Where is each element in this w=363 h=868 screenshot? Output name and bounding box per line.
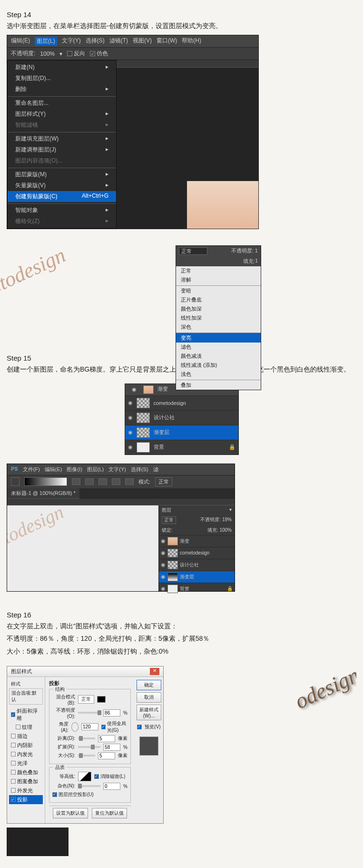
visibility-icon[interactable] [161, 574, 166, 580]
grad-type-5[interactable] [125, 478, 134, 485]
blend-current[interactable] [179, 247, 207, 255]
visibility-icon[interactable] [128, 400, 133, 406]
noise-input[interactable] [103, 783, 120, 790]
effect-item[interactable]: 斜面和浮雕 [9, 707, 43, 723]
effect-item[interactable]: 投影 [9, 795, 43, 804]
layer-row[interactable]: 设计公社 [125, 410, 238, 425]
effect-checkbox[interactable] [11, 770, 16, 775]
m-select[interactable]: 选择(S) [131, 466, 148, 473]
menu-item[interactable]: 图层蒙版(M)▸ [8, 168, 116, 180]
opacity-value[interactable]: 100% [40, 50, 55, 57]
contour-picker[interactable] [78, 772, 91, 781]
grad-type-1[interactable] [72, 478, 80, 485]
layers-tab[interactable]: 图层 [162, 507, 171, 514]
visibility-icon[interactable] [128, 414, 133, 421]
ok-button[interactable]: 确定 [137, 680, 161, 690]
reset-default-button[interactable]: 复位为默认值 [92, 808, 127, 818]
color-swatch[interactable] [97, 696, 106, 703]
blend-mode-item[interactable]: 溶解 [176, 275, 261, 284]
blend-mode-item[interactable]: 变暗 [176, 285, 261, 295]
menu-help[interactable]: 帮助(H) [182, 37, 201, 46]
knockout-check[interactable]: 图层挖空投影(U) [52, 791, 94, 798]
angle-dial[interactable] [71, 722, 78, 732]
spread-input[interactable] [103, 744, 120, 751]
blend-mode-item[interactable]: 颜色加深 [176, 304, 261, 313]
global-light-check[interactable]: 使用全局光(G) [101, 720, 128, 734]
preview-check[interactable] [137, 725, 142, 729]
effect-item[interactable]: 纹理 [9, 723, 43, 732]
menu-item[interactable]: 重命名图层... [8, 96, 116, 109]
visibility-icon[interactable] [161, 538, 166, 544]
grad-type-4[interactable] [112, 478, 120, 485]
visibility-icon[interactable] [161, 550, 166, 556]
menu-text[interactable]: 文字(Y) [62, 37, 81, 46]
blend-mode-select[interactable]: 正常 [78, 695, 94, 704]
effect-checkbox[interactable] [11, 712, 15, 717]
blend-mode-item[interactable]: 正常 [176, 266, 261, 275]
effect-checkbox[interactable] [11, 752, 16, 757]
menu-item[interactable]: 新建(N)▸ [8, 62, 116, 73]
visibility-icon[interactable] [128, 429, 133, 435]
blend-mode-item[interactable]: 变亮 [176, 333, 261, 343]
mode-value[interactable]: 正常 [155, 477, 172, 486]
effect-item[interactable]: 光泽 [9, 759, 43, 768]
cancel-button[interactable]: 取消 [137, 692, 161, 703]
effect-item[interactable]: 描边 [9, 732, 43, 741]
menu-window[interactable]: 窗口(W) [157, 37, 177, 46]
menu-item[interactable]: 矢量蒙版(V)▸ [8, 180, 116, 191]
grad-type-3[interactable] [98, 478, 107, 485]
menu-view[interactable]: 视图(V) [133, 37, 152, 46]
m-filter[interactable]: 滤 [153, 466, 158, 473]
dither-checkbox[interactable]: 仿色 [90, 50, 108, 58]
effect-checkbox[interactable] [11, 797, 16, 802]
effect-item[interactable]: 外发光 [9, 786, 43, 795]
blend-mode-item[interactable]: 滤色 [176, 343, 261, 352]
m-text[interactable]: 文字(Y) [108, 466, 126, 473]
size-input[interactable] [98, 752, 115, 759]
blend-mode-item[interactable]: 深色 [176, 323, 261, 332]
menu-item[interactable]: 复制图层(D)... [8, 73, 116, 84]
m-layer[interactable]: 图层(L) [87, 466, 104, 473]
menu-item[interactable]: 图层样式(Y)▸ [8, 109, 116, 120]
effect-checkbox[interactable] [11, 734, 16, 738]
effect-checkbox[interactable] [11, 743, 16, 747]
effect-item[interactable]: 内阴影 [9, 741, 43, 750]
canvas[interactable]: etodesign [7, 505, 158, 591]
opacity-slider[interactable] [78, 712, 100, 714]
doc-tab[interactable]: 未标题-1 @ 100%(RGB/8) * [7, 488, 79, 499]
layer-row[interactable]: cometodesign [125, 395, 238, 410]
visibility-icon[interactable] [128, 444, 133, 450]
menu-layer[interactable]: 图层(L) [35, 37, 57, 46]
close-icon[interactable]: ✕ [150, 668, 159, 675]
gradient-swatch[interactable] [24, 477, 67, 486]
menu-edit[interactable]: 编辑(E) [11, 37, 30, 46]
layer-row[interactable]: 渐变层 [159, 571, 235, 583]
m-file[interactable]: 文件(F) [23, 466, 40, 473]
menu-filter[interactable]: 滤镜(T) [109, 37, 128, 46]
menu-item[interactable]: 删除▸ [8, 84, 116, 95]
blend-mode-item[interactable]: 浅色 [176, 370, 261, 379]
effect-checkbox[interactable] [16, 725, 20, 729]
tool-icon[interactable] [11, 477, 20, 486]
layer-row[interactable]: 背景🔒 [159, 583, 235, 595]
noise-slider[interactable] [78, 785, 100, 787]
angle-input[interactable] [81, 723, 98, 730]
effect-item[interactable]: 内发光 [9, 750, 43, 759]
effect-checkbox[interactable] [11, 761, 16, 766]
menu-select[interactable]: 选择(S) [86, 37, 105, 46]
blend-mode-item[interactable]: 线性减淡 (添加) [176, 361, 261, 370]
blend-mode-item[interactable]: 线性加深 [176, 313, 261, 323]
visibility-icon[interactable] [161, 562, 166, 568]
blend-mode-item[interactable]: 正片叠底 [176, 295, 261, 304]
menu-item[interactable]: 新建填充图层(W)▸ [8, 132, 116, 144]
effect-item[interactable]: 颜色叠加 [9, 768, 43, 777]
layer-row[interactable]: cometodesign [159, 547, 235, 559]
m-edit[interactable]: 编辑(E) [45, 466, 62, 473]
visibility-icon[interactable] [161, 585, 166, 592]
menu-item[interactable]: 新建调整图层(J)▸ [8, 144, 116, 155]
distance-input[interactable] [98, 735, 115, 742]
antialias-check[interactable]: 消除锯齿(L) [94, 773, 125, 780]
blend-mode-item[interactable]: 颜色减淡 [176, 352, 261, 361]
fill-val[interactable]: 100% [219, 527, 232, 533]
menu-item[interactable]: 创建剪贴蒙版(C)Alt+Ctrl+G [8, 191, 116, 202]
